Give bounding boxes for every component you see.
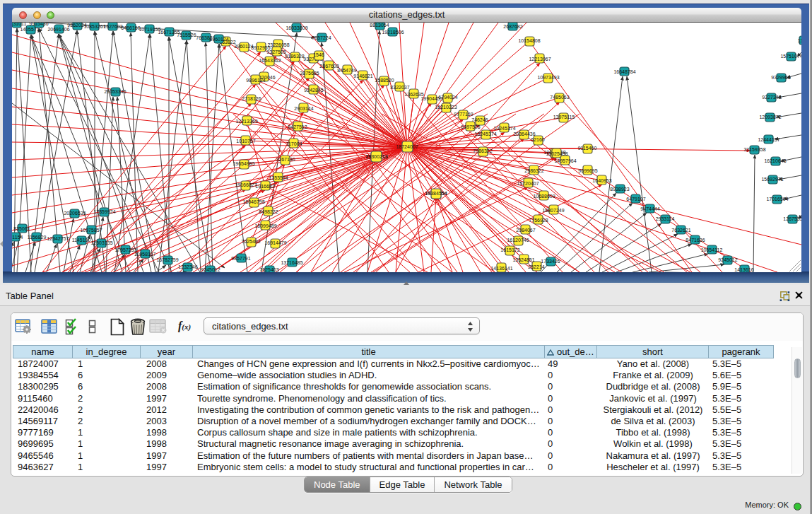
svg-text:9474444: 9474444 <box>640 206 659 211</box>
svg-text:8498222: 8498222 <box>259 209 278 214</box>
svg-text:2986322: 2986322 <box>524 168 543 173</box>
svg-text:7485063: 7485063 <box>550 95 569 100</box>
svg-text:391154: 391154 <box>12 235 23 240</box>
svg-text:16046798: 16046798 <box>242 199 264 204</box>
svg-text:20206535: 20206535 <box>64 211 86 216</box>
svg-text:1527602: 1527602 <box>103 24 122 29</box>
svg-text:8471636: 8471636 <box>686 238 705 243</box>
svg-text:16099489: 16099489 <box>254 223 276 228</box>
svg-text:835061: 835061 <box>13 226 30 231</box>
svg-text:15720407: 15720407 <box>517 181 539 186</box>
svg-text:10853267: 10853267 <box>83 24 105 29</box>
svg-text:62160: 62160 <box>531 137 545 142</box>
svg-text:13975115: 13975115 <box>553 115 575 119</box>
svg-text:3267130: 3267130 <box>276 157 295 162</box>
svg-text:9245012: 9245012 <box>718 257 737 262</box>
svg-text:9146821: 9146821 <box>353 74 372 78</box>
svg-text:1916682: 1916682 <box>255 184 274 189</box>
svg-text:7625403: 7625403 <box>259 267 278 272</box>
svg-text:1145190: 1145190 <box>72 238 91 243</box>
svg-text:9699695: 9699695 <box>578 168 597 173</box>
svg-text:8427512: 8427512 <box>288 124 307 129</box>
svg-text:2718126: 2718126 <box>242 96 261 101</box>
svg-text:7625402: 7625402 <box>241 239 260 244</box>
svg-text:13524851: 13524851 <box>512 257 534 262</box>
svg-text:19384554: 19384554 <box>425 191 447 196</box>
svg-text:16033809: 16033809 <box>286 25 307 30</box>
svg-text:18807249: 18807249 <box>542 208 564 213</box>
svg-text:15751074: 15751074 <box>780 54 801 59</box>
svg-text:9227342: 9227342 <box>762 95 781 100</box>
svg-text:19166827: 19166827 <box>235 182 257 187</box>
svg-text:10025438: 10025438 <box>546 151 567 156</box>
svg-text:16782759: 16782759 <box>156 257 178 262</box>
svg-text:10973493: 10973493 <box>537 75 559 80</box>
svg-text:2867608: 2867608 <box>319 64 339 69</box>
svg-text:7515526: 7515526 <box>177 33 196 37</box>
svg-text:12503135: 12503135 <box>90 240 112 245</box>
svg-text:18724007: 18724007 <box>396 144 418 149</box>
svg-text:14136141: 14136141 <box>490 266 512 271</box>
svg-text:8454749: 8454749 <box>337 68 356 73</box>
svg-text:29053346: 29053346 <box>104 89 126 94</box>
svg-text:6497505: 6497505 <box>461 124 480 129</box>
svg-text:7632621: 7632621 <box>671 228 690 233</box>
svg-text:7986322: 7986322 <box>473 148 492 153</box>
svg-text:12342757: 12342757 <box>47 236 69 241</box>
svg-text:14957964: 14957964 <box>554 158 576 163</box>
svg-text:1413616: 1413616 <box>734 267 753 272</box>
svg-text:2984067: 2984067 <box>516 228 535 233</box>
svg-text:2933114: 2933114 <box>656 216 675 221</box>
svg-text:16120746: 16120746 <box>507 238 529 243</box>
svg-text:10154808: 10154808 <box>518 38 540 43</box>
svg-text:3875685: 3875685 <box>300 71 319 76</box>
svg-text:1353594: 1353594 <box>269 175 288 180</box>
svg-text:10245374: 10245374 <box>493 126 515 131</box>
svg-text:252214: 252214 <box>528 264 544 269</box>
svg-text:1640953: 1640953 <box>592 178 611 183</box>
svg-text:6794024: 6794024 <box>438 95 457 100</box>
svg-text:117004: 117004 <box>286 141 302 146</box>
svg-text:29300213: 29300213 <box>365 154 387 159</box>
svg-text:9857791: 9857791 <box>231 256 250 261</box>
svg-text:10975857: 10975857 <box>80 228 102 233</box>
svg-text:10654112: 10654112 <box>701 247 723 252</box>
svg-text:1588520: 1588520 <box>375 78 394 83</box>
svg-text:12444157: 12444157 <box>758 137 779 142</box>
svg-text:11187: 11187 <box>798 38 801 43</box>
svg-text:13716485: 13716485 <box>281 260 302 265</box>
svg-text:20364436: 20364436 <box>513 132 535 136</box>
svg-text:17359924: 17359924 <box>93 209 115 214</box>
svg-text:9115460: 9115460 <box>578 146 597 151</box>
svg-text:8186328: 8186328 <box>285 54 304 59</box>
svg-text:7857224: 7857224 <box>312 35 331 40</box>
svg-text:8960124: 8960124 <box>209 37 228 42</box>
svg-text:9915436: 9915436 <box>29 23 48 26</box>
svg-text:17016504: 17016504 <box>766 197 788 201</box>
svg-text:16210643: 16210643 <box>764 158 786 163</box>
svg-text:6479197: 6479197 <box>626 197 645 201</box>
svg-text:32159358: 32159358 <box>743 147 765 152</box>
svg-text:20691406: 20691406 <box>47 27 69 32</box>
svg-text:12093872: 12093872 <box>759 115 781 119</box>
svg-text:10688609: 10688609 <box>533 194 555 199</box>
svg-text:15692971: 15692971 <box>761 177 783 182</box>
svg-text:1267535: 1267535 <box>783 216 801 221</box>
svg-text:19654985: 19654985 <box>233 161 254 166</box>
svg-text:16914479: 16914479 <box>264 240 286 245</box>
svg-text:12213369: 12213369 <box>235 119 257 124</box>
svg-text:18245374: 18245374 <box>474 132 496 136</box>
svg-text:1615172: 1615172 <box>500 247 519 252</box>
svg-text:1156829: 1156829 <box>28 235 47 240</box>
svg-text:6466160: 6466160 <box>121 25 140 30</box>
svg-text:1010757: 1010757 <box>236 139 255 144</box>
svg-text:8131011: 8131011 <box>12 23 26 26</box>
svg-text:12213967: 12213967 <box>529 57 551 62</box>
svg-text:9329966: 9329966 <box>771 75 790 80</box>
svg-text:9242845: 9242845 <box>304 88 323 93</box>
svg-text:16543362: 16543362 <box>259 58 281 63</box>
svg-text:8938923: 8938923 <box>610 187 629 192</box>
svg-text:1546: 1546 <box>313 52 324 57</box>
svg-text:8322037: 8322037 <box>390 85 409 90</box>
svg-text:9896124: 9896124 <box>246 78 265 83</box>
